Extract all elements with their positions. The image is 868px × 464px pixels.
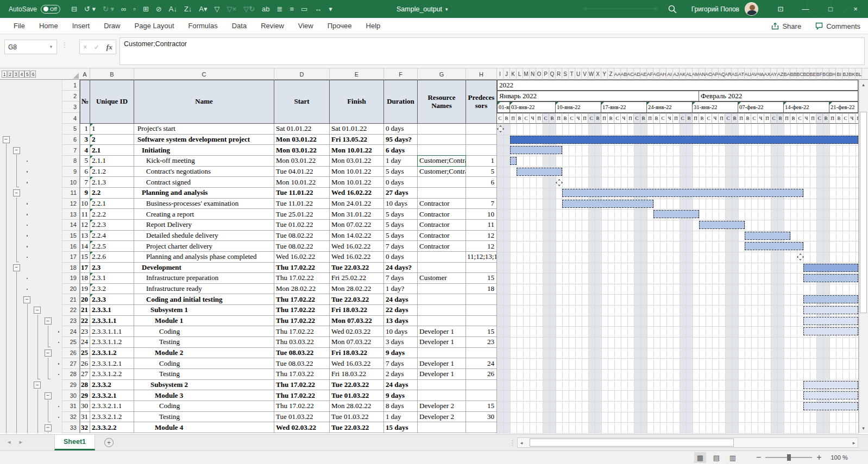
- cell-E28[interactable]: Fri 18.03.22: [330, 369, 384, 380]
- document-title[interactable]: Sample_output ▾: [397, 0, 448, 18]
- cell-D28[interactable]: Thu 17.03.22: [274, 369, 330, 380]
- cell-E15[interactable]: Mon 14.02.22: [330, 231, 384, 241]
- gantt-day-cell-38[interactable]: В: [745, 113, 751, 124]
- column-header-AO[interactable]: AO: [706, 68, 712, 80]
- cell-C26[interactable]: Module 2: [134, 348, 274, 359]
- gantt-week-cell-5[interactable]: 31-янв-22: [693, 101, 738, 113]
- cell-H5[interactable]: [466, 124, 497, 135]
- cell-D5[interactable]: Sat 01.01.22: [274, 124, 330, 135]
- gantt-bar-row19[interactable]: [803, 274, 858, 282]
- outline-collapse-button-row6[interactable]: −: [3, 136, 10, 143]
- gantt-day-cell-20[interactable]: П: [627, 113, 634, 124]
- cell-B13[interactable]: 2.2.2: [90, 209, 134, 220]
- cell-C6[interactable]: Software system development project: [134, 135, 274, 145]
- cell-C33[interactable]: Module 4: [134, 422, 274, 433]
- gantt-day-cell-26[interactable]: Ч: [666, 113, 673, 124]
- enter-icon[interactable]: ✓: [94, 43, 99, 51]
- cell-G33[interactable]: [418, 422, 466, 433]
- gantt-day-cell-31[interactable]: В: [699, 113, 706, 124]
- cell-F33[interactable]: 15 days: [384, 422, 418, 433]
- scrollbar-resize-handle[interactable]: ⋮: [510, 439, 516, 447]
- gantt-day-cell-37[interactable]: П: [738, 113, 745, 124]
- cell-G29[interactable]: [418, 380, 466, 391]
- cell-D21[interactable]: Thu 17.02.22: [274, 294, 330, 305]
- table-header-cell-resource[interactable]: Resource Names: [418, 80, 466, 124]
- cell-D25[interactable]: Thu 03.03.22: [274, 337, 330, 348]
- cell-D18[interactable]: Thu 17.02.22: [274, 263, 330, 274]
- column-header-AS[interactable]: AS: [732, 68, 738, 80]
- row-header-31[interactable]: 31: [62, 401, 79, 412]
- cell-A12[interactable]: 10: [80, 199, 90, 209]
- cell-E6[interactable]: Fri 13.05.22: [330, 135, 384, 145]
- row-header-11[interactable]: 11: [62, 188, 79, 199]
- menu-tab-review[interactable]: Review: [254, 18, 291, 34]
- menu-tab-help[interactable]: Help: [359, 18, 388, 34]
- row-header-32[interactable]: 32: [62, 412, 79, 423]
- cell-B31[interactable]: 2.3.3.2.1.1: [90, 401, 134, 412]
- column-header-AV[interactable]: AV: [751, 68, 758, 80]
- gantt-milestone-row17[interactable]: [797, 253, 804, 260]
- cell-C23[interactable]: Module 1: [134, 316, 274, 327]
- gantt-bar-row30[interactable]: [803, 391, 858, 399]
- cell-E17[interactable]: Wed 16.02.22: [330, 252, 384, 263]
- cell-B10[interactable]: 2.1.3: [90, 177, 134, 188]
- gantt-day-cell-27[interactable]: П: [673, 113, 680, 124]
- column-header-AD[interactable]: AD: [634, 68, 640, 80]
- table-header-cell-no[interactable]: №: [80, 80, 90, 124]
- gantt-bar-row8[interactable]: [510, 157, 517, 165]
- outline-collapse-button-row30[interactable]: −: [45, 392, 52, 399]
- cell-D31[interactable]: Thu 17.02.22: [274, 401, 330, 412]
- row-header-10[interactable]: 10: [62, 177, 79, 188]
- column-header-H[interactable]: H: [466, 68, 497, 80]
- column-header-BJ[interactable]: BJ: [842, 68, 849, 80]
- gantt-bar-row9[interactable]: [517, 168, 562, 176]
- cell-B29[interactable]: 2.3.3.2: [90, 380, 134, 391]
- row-header-18[interactable]: 18: [62, 263, 79, 274]
- cell-F12[interactable]: 10 days: [384, 199, 418, 209]
- gantt-week-cell-1[interactable]: 03-янв-22: [510, 101, 556, 113]
- cell-B6[interactable]: 2: [90, 135, 134, 145]
- gantt-bar-row14[interactable]: [699, 221, 745, 229]
- sort-az-icon[interactable]: A↓: [169, 5, 177, 12]
- gantt-day-cell-12[interactable]: Ч: [575, 113, 582, 124]
- cell-F16[interactable]: 7 days: [384, 241, 418, 252]
- gantt-bar-row7[interactable]: [510, 146, 562, 154]
- column-header-AW[interactable]: AW: [758, 68, 764, 80]
- cell-G30[interactable]: [418, 390, 466, 401]
- column-header-A[interactable]: A: [80, 68, 90, 80]
- cell-F22[interactable]: 22 days: [384, 305, 418, 316]
- column-header-AF[interactable]: AF: [647, 68, 653, 80]
- cell-H27[interactable]: 24: [466, 358, 497, 369]
- scroll-right-icon[interactable]: ▸: [850, 438, 858, 447]
- cell-F24[interactable]: 10 days: [384, 326, 418, 337]
- row-header-19[interactable]: 19: [62, 273, 79, 284]
- cell-A23[interactable]: 22: [80, 316, 90, 327]
- sheet-tab-sheet1[interactable]: Sheet1: [54, 435, 95, 450]
- cell-G26[interactable]: [418, 348, 466, 359]
- column-header-AY[interactable]: AY: [771, 68, 777, 80]
- column-header-X[interactable]: X: [595, 68, 601, 80]
- gantt-day-cell-9[interactable]: П: [556, 113, 562, 124]
- cell-A11[interactable]: 9: [80, 188, 90, 199]
- horizontal-scrollbar-thumb[interactable]: [530, 438, 734, 447]
- outline-collapse-button-row22[interactable]: −: [34, 307, 41, 314]
- column-header-AB[interactable]: AB: [621, 68, 627, 80]
- cell-F23[interactable]: 13 days: [384, 316, 418, 327]
- cell-D12[interactable]: Tue 11.01.22: [274, 199, 330, 209]
- column-header-I[interactable]: I: [497, 68, 504, 80]
- cell-G12[interactable]: Contractor: [418, 199, 466, 209]
- gantt-day-cell-50[interactable]: В: [823, 113, 829, 124]
- cell-G16[interactable]: Contractor: [418, 241, 466, 252]
- row-header-2[interactable]: 2: [62, 91, 79, 101]
- row-header-7[interactable]: 7: [62, 145, 79, 156]
- column-header-C[interactable]: C: [134, 68, 274, 80]
- menu-tab-data[interactable]: Data: [225, 18, 254, 34]
- column-header-BE[interactable]: BE: [810, 68, 816, 80]
- row-header-13[interactable]: 13: [62, 209, 79, 220]
- cell-F20[interactable]: 1 day?: [384, 284, 418, 295]
- cell-B15[interactable]: 2.2.4: [90, 231, 134, 241]
- search-icon[interactable]: [668, 4, 677, 14]
- gantt-day-cell-3[interactable]: В: [517, 113, 523, 124]
- gantt-week-cell-4[interactable]: 24-янв-22: [647, 101, 693, 113]
- cell-A13[interactable]: 11: [80, 209, 90, 220]
